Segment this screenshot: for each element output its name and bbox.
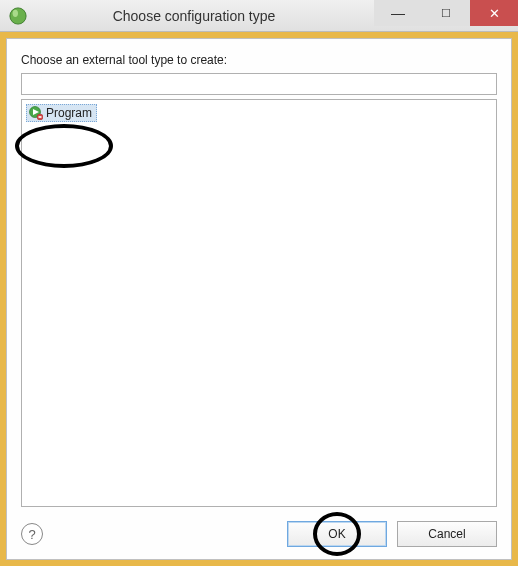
svg-point-1 [13, 9, 18, 16]
list-item-label: Program [46, 106, 92, 120]
filter-input[interactable] [21, 73, 497, 95]
titlebar: Choose configuration type — ☐ ✕ [0, 0, 518, 32]
dialog-content: Choose an external tool type to create: … [6, 38, 512, 560]
app-icon [8, 6, 28, 26]
window-title: Choose configuration type [34, 8, 374, 24]
svg-rect-5 [39, 116, 42, 118]
program-run-icon [29, 106, 43, 120]
type-list[interactable]: Program [21, 99, 497, 507]
button-row: ? OK Cancel [21, 521, 497, 547]
list-item-program[interactable]: Program [26, 104, 97, 122]
ok-button[interactable]: OK [287, 521, 387, 547]
cancel-button[interactable]: Cancel [397, 521, 497, 547]
minimize-button[interactable]: — [374, 0, 422, 26]
svg-point-0 [10, 7, 26, 23]
ok-button-label: OK [328, 527, 345, 541]
dialog-window: Choose configuration type — ☐ ✕ Choose a… [0, 0, 518, 566]
cancel-button-label: Cancel [428, 527, 465, 541]
maximize-button[interactable]: ☐ [422, 0, 470, 26]
prompt-label: Choose an external tool type to create: [21, 53, 497, 67]
close-button[interactable]: ✕ [470, 0, 518, 26]
help-button[interactable]: ? [21, 523, 43, 545]
window-controls: — ☐ ✕ [374, 0, 518, 31]
